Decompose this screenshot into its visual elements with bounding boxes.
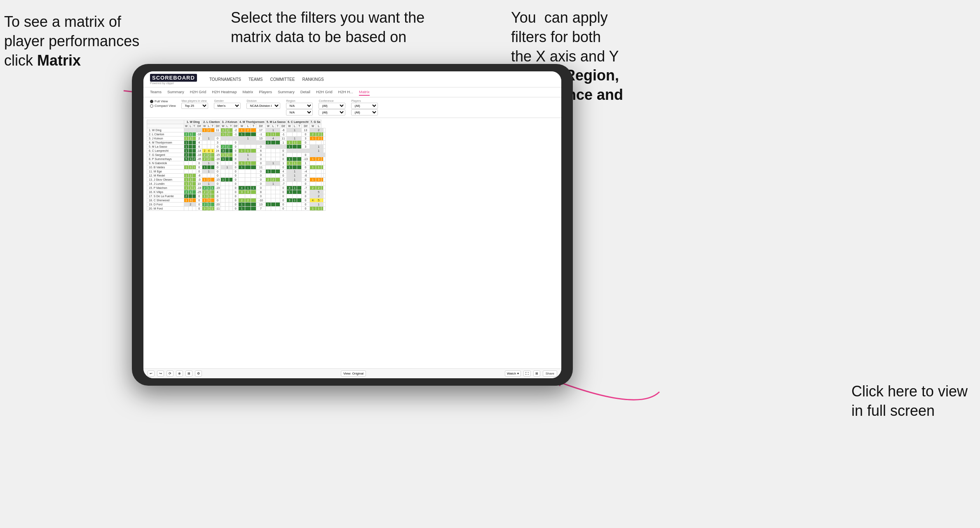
- matrix-cell: [286, 182, 292, 186]
- matrix-cell: [229, 194, 233, 198]
- view-original-button[interactable]: View: Original: [341, 370, 366, 377]
- matrix-cell: [324, 161, 326, 165]
- region-select2[interactable]: N/A: [286, 109, 313, 116]
- nav-tournaments[interactable]: TOURNAMENTS: [209, 77, 241, 82]
- subnav-h2h-grid2[interactable]: H2H Grid: [316, 89, 333, 96]
- matrix-cell: [251, 153, 256, 157]
- matrix-cell: 1: [238, 128, 245, 132]
- matrix-cell: [309, 128, 316, 132]
- full-view-option[interactable]: Full View: [150, 99, 176, 103]
- max-players-select[interactable]: Top 25: [181, 103, 208, 109]
- matrix-cell: 1: [302, 161, 309, 165]
- subnav-summary[interactable]: Summary: [167, 89, 184, 96]
- matrix-cell: 0: [280, 194, 286, 198]
- zoom-button[interactable]: ⊕: [176, 370, 183, 377]
- subnav-summary2[interactable]: Summary: [278, 89, 295, 96]
- matrix-cell: 2: [316, 194, 321, 198]
- nav-committee[interactable]: COMMITTEE: [270, 77, 295, 82]
- subnav-matrix-active[interactable]: Matrix: [359, 89, 370, 96]
- matrix-cell: 0: [233, 141, 239, 145]
- conference-select[interactable]: (All): [319, 103, 345, 109]
- ann-bottomright-text: Click here to view in full screen: [851, 383, 968, 419]
- matrix-cell: [229, 132, 233, 137]
- matrix-cell: 1: [225, 145, 229, 149]
- subnav-h2h-heatmap[interactable]: H2H Heatmap: [212, 89, 237, 96]
- gender-select[interactable]: Men's: [214, 103, 241, 109]
- watch-label: Watch ▾: [507, 372, 519, 375]
- matrix-cell: 5: [184, 157, 189, 161]
- matrix-cell: 0: [233, 198, 239, 203]
- matrix-cell: [265, 137, 271, 141]
- players-select[interactable]: (All): [351, 103, 378, 109]
- table-row: 15. P Maichon111-19211-1904110041-722: [147, 186, 326, 190]
- share-button[interactable]: Share: [543, 370, 557, 377]
- redo-button[interactable]: ↪: [157, 370, 164, 377]
- matrix-cell: 17: [256, 128, 265, 132]
- matrix-cell: [238, 145, 245, 149]
- subnav-players[interactable]: Players: [259, 89, 272, 96]
- sub-dif-4: Dif: [256, 124, 265, 128]
- settings-button[interactable]: ⚙: [195, 370, 202, 377]
- matrix-cell: [265, 207, 271, 211]
- matrix-cell: 4: [238, 186, 245, 190]
- matrix-cell: 1: [245, 149, 251, 153]
- subnav-matrix[interactable]: Matrix: [242, 89, 253, 96]
- subnav-detail[interactable]: Detail: [300, 89, 310, 96]
- region-select[interactable]: N/A: [286, 103, 313, 109]
- matrix-cell: 1: [245, 137, 251, 141]
- matrix-cell: [238, 157, 245, 161]
- matrix-cell: 1: [286, 145, 292, 149]
- matrix-cell: [297, 174, 302, 178]
- matrix-cell: [309, 170, 316, 174]
- matrix-cell: 0: [214, 174, 220, 178]
- compact-view-option[interactable]: Compact View: [150, 104, 176, 108]
- subnav-h2h-grid[interactable]: H2H Grid: [190, 89, 206, 96]
- subnav-h2h-h[interactable]: H2H H...: [338, 89, 353, 96]
- matrix-cell: -1: [280, 178, 286, 182]
- conference-select2[interactable]: (All): [319, 109, 345, 116]
- refresh-button[interactable]: ⟳: [166, 370, 173, 377]
- matrix-cell: 4: [280, 170, 286, 174]
- matrix-cell: 1: [189, 186, 192, 190]
- players-select2[interactable]: (All): [351, 109, 378, 116]
- layout-button[interactable]: ⊞: [185, 370, 192, 377]
- matrix-cell: [292, 182, 297, 186]
- matrix-cell: [286, 174, 292, 178]
- row-header: 2. L Clanton: [147, 132, 184, 137]
- matrix-cell-diag: [256, 141, 265, 145]
- matrix-cell: 1: [207, 170, 211, 174]
- matrix-cell: 1: [292, 174, 297, 178]
- division-select[interactable]: NCAA Division I: [246, 103, 280, 109]
- table-row: 5. M La Sasso1602100131: [147, 145, 326, 149]
- row-header: 19. D Ford: [147, 203, 184, 207]
- undo-button[interactable]: ↩: [148, 370, 155, 377]
- grid-view-button[interactable]: ⊞: [533, 370, 540, 377]
- matrix-cell: [309, 203, 316, 207]
- matrix-cell: [211, 178, 214, 182]
- subnav-teams[interactable]: Teams: [150, 89, 162, 96]
- watch-button[interactable]: Watch ▾: [505, 370, 521, 377]
- nav-rankings[interactable]: RANKINGS: [302, 77, 324, 82]
- nav-teams[interactable]: TEAMS: [249, 77, 263, 82]
- matrix-cell: [189, 161, 192, 165]
- matrix-cell: 1: [271, 132, 275, 137]
- sub-w-4: W: [238, 124, 245, 128]
- fullscreen-button[interactable]: ⛶: [523, 370, 531, 377]
- matrix-cell-diag: [271, 145, 275, 149]
- matrix-cell: 1: [292, 128, 297, 132]
- matrix-cell: 0: [280, 165, 286, 170]
- matrix-cell: [297, 141, 302, 145]
- matrix-cell: [309, 174, 316, 178]
- sub-t-2: T: [211, 124, 214, 128]
- matrix-cell: 2: [271, 178, 275, 182]
- matrix-cell: 9: [214, 161, 220, 165]
- row-header: 9. N Gabrelcik: [147, 161, 184, 165]
- row-header: 18. C Sherwood: [147, 198, 184, 203]
- matrix-cell: [202, 170, 207, 174]
- col-header-7: 7. G Sa: [309, 120, 321, 124]
- matrix-cell-diag: [184, 128, 189, 132]
- matrix-cell: [286, 194, 292, 198]
- matrix-cell: 1: [207, 161, 211, 165]
- matrix-cell: 2: [184, 132, 189, 137]
- matrix-cell-diag: [211, 132, 214, 137]
